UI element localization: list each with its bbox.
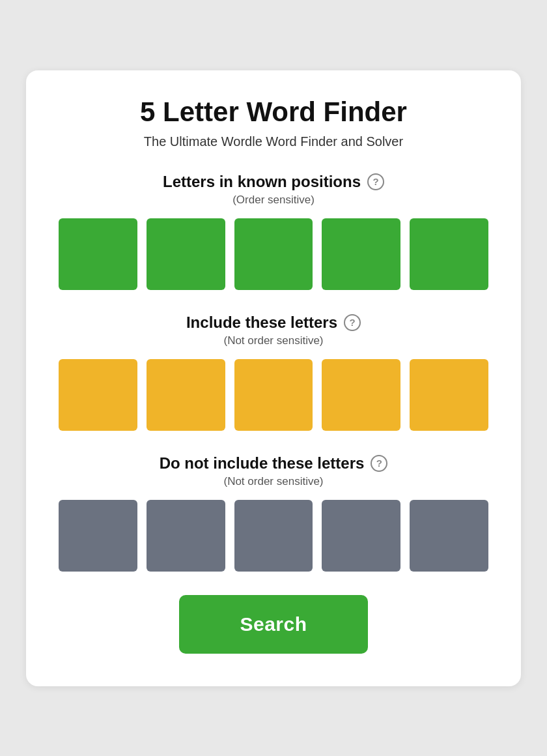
green-section-title: Letters in known positions — [163, 173, 361, 191]
yellow-tile-5[interactable] — [410, 359, 488, 431]
green-tile-4[interactable] — [322, 218, 400, 290]
green-tile-5[interactable] — [410, 218, 488, 290]
yellow-section-header: Include these letters ? — [59, 313, 488, 332]
green-tiles-row — [59, 218, 488, 290]
yellow-section: Include these letters ? (Not order sensi… — [59, 313, 488, 431]
yellow-tiles-row — [59, 359, 488, 431]
green-tile-1[interactable] — [59, 218, 137, 290]
gray-section-header: Do not include these letters ? — [59, 454, 488, 472]
search-button[interactable]: Search — [179, 595, 368, 654]
gray-tile-3[interactable] — [234, 500, 313, 572]
green-section-header: Letters in known positions ? — [59, 173, 488, 191]
gray-tile-5[interactable] — [410, 500, 488, 572]
gray-tiles-row — [59, 500, 488, 572]
green-tile-2[interactable] — [147, 218, 225, 290]
yellow-section-subtitle: (Not order sensitive) — [59, 334, 488, 347]
gray-tile-1[interactable] — [59, 500, 137, 572]
yellow-tile-4[interactable] — [322, 359, 400, 431]
gray-section-subtitle: (Not order sensitive) — [59, 475, 488, 488]
green-section: Letters in known positions ? (Order sens… — [59, 173, 488, 290]
yellow-section-title: Include these letters — [186, 313, 337, 332]
green-help-icon[interactable]: ? — [367, 173, 384, 190]
yellow-tile-1[interactable] — [59, 359, 137, 431]
gray-tile-2[interactable] — [147, 500, 225, 572]
gray-section-title: Do not include these letters — [160, 454, 365, 472]
page-title: 5 Letter Word Finder — [59, 96, 488, 128]
green-tile-3[interactable] — [234, 218, 313, 290]
green-section-subtitle: (Order sensitive) — [59, 194, 488, 207]
gray-tile-4[interactable] — [322, 500, 400, 572]
yellow-tile-2[interactable] — [147, 359, 225, 431]
main-card: 5 Letter Word Finder The Ultimate Wordle… — [26, 70, 521, 686]
yellow-help-icon[interactable]: ? — [344, 314, 361, 331]
gray-help-icon[interactable]: ? — [371, 455, 387, 472]
yellow-tile-3[interactable] — [234, 359, 313, 431]
page-subtitle: The Ultimate Wordle Word Finder and Solv… — [59, 134, 488, 149]
gray-section: Do not include these letters ? (Not orde… — [59, 454, 488, 572]
